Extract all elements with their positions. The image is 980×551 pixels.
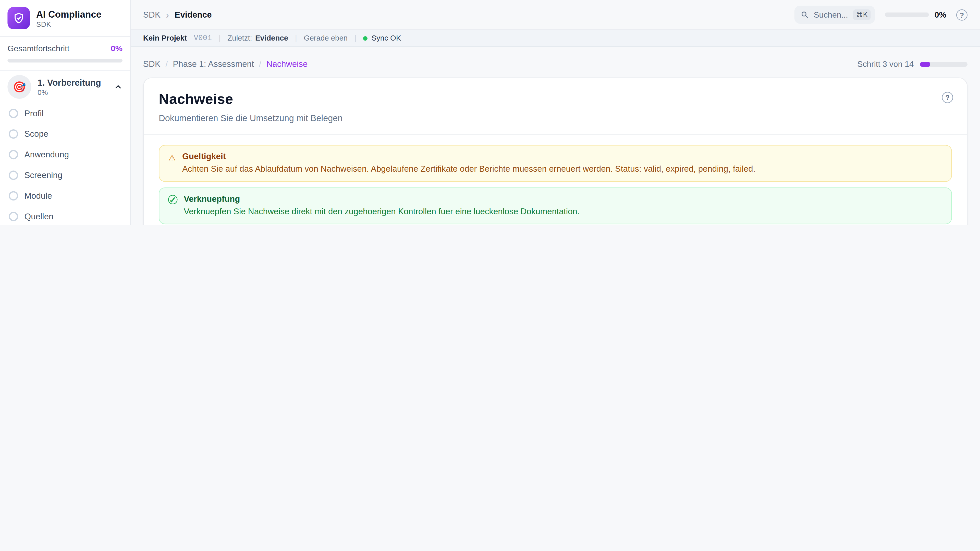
item-label: Module (24, 191, 52, 200)
radio-icon (9, 171, 18, 180)
sidebar-section-vorbereitung[interactable]: 🎯 1. Vorbereitung 0% (0, 71, 130, 103)
app-root: AI Compliance SDK Gesamtfortschritt 0% 🎯… (0, 0, 980, 225)
header-progress-value: 0% (935, 10, 946, 19)
check-circle-icon: ✓ (168, 195, 178, 205)
overall-progress-value: 0% (111, 44, 123, 53)
status-bar: Kein Projekt V001 | Zuletzt: Evidence | … (130, 30, 980, 47)
breadcrumb-sdk[interactable]: SDK (143, 59, 161, 69)
breadcrumb: SDK › Evidence (143, 10, 212, 20)
target-icon: 🎯 (7, 75, 31, 99)
help-icon[interactable]: ? (956, 9, 967, 21)
sidebar-item-profil[interactable]: Profil (0, 103, 130, 124)
step-progress-bar (920, 62, 967, 67)
last-saved-time: Gerade eben (304, 34, 348, 42)
sync-status: Sync OK (363, 34, 401, 42)
last-value: Evidence (255, 34, 288, 42)
overall-progress: Gesamtfortschritt 0% (0, 37, 130, 70)
breadcrumb-current: Nachweise (266, 59, 308, 69)
chevron-right-icon: › (166, 10, 169, 20)
overall-progress-label: Gesamtfortschritt (7, 44, 69, 53)
app-title: AI Compliance (36, 8, 101, 20)
sidebar-item-screening[interactable]: Screening (0, 165, 130, 186)
warning-icon: ⚠ (168, 152, 176, 175)
radio-icon (9, 109, 18, 118)
sidebar: AI Compliance SDK Gesamtfortschritt 0% 🎯… (0, 0, 130, 225)
radio-icon (9, 150, 18, 159)
note-title: Verknuepfung (184, 194, 579, 204)
step-label: Schritt 3 von 14 (857, 59, 914, 69)
nachweise-card: Nachweise Dokumentieren Sie die Umsetzun… (143, 78, 967, 225)
help-icon[interactable]: ? (942, 92, 953, 103)
app-logo (7, 7, 30, 29)
note-title: Gueltigkeit (182, 152, 756, 161)
sidebar-item-module[interactable]: Module (0, 186, 130, 206)
breadcrumb-phase[interactable]: Phase 1: Assessment (173, 59, 254, 69)
page-content: SDK / Phase 1: Assessment / Nachweise Sc… (130, 47, 980, 225)
sync-dot-icon (363, 36, 368, 40)
breadcrumb-current: Evidence (175, 10, 212, 19)
page-subtitle: Dokumentieren Sie die Umsetzung mit Bele… (159, 113, 952, 123)
version-badge: V001 (194, 34, 212, 42)
topbar: SDK › Evidence Suchen... ⌘K 0% ? (130, 0, 980, 30)
project-name: Kein Projekt (143, 34, 187, 42)
item-label: Anwendung (24, 150, 69, 159)
sidebar-item-quellen[interactable]: Quellen (0, 206, 130, 225)
app-subtitle: SDK (36, 21, 101, 28)
item-label: Quellen (24, 212, 54, 221)
radio-icon (9, 191, 18, 200)
search-shortcut: ⌘K (853, 10, 871, 20)
radio-icon (9, 212, 18, 221)
main-area: SDK › Evidence Suchen... ⌘K 0% ? Kein Pr… (130, 0, 980, 225)
radio-icon (9, 129, 18, 139)
note-gueltigkeit: ⚠ Gueltigkeit Achten Sie auf das Ablaufd… (159, 145, 952, 182)
page-breadcrumb: SDK / Phase 1: Assessment / Nachweise (143, 59, 307, 69)
sidebar-nav: 🎯 1. Vorbereitung 0% Profil Scope Anwend… (0, 71, 130, 225)
header-progress: 0% (885, 10, 946, 19)
search-placeholder: Suchen... (814, 10, 848, 19)
item-label: Profil (24, 109, 44, 118)
note-verknuepfung: ✓ Verknuepfung Verknuepfen Sie Nachweise… (159, 187, 952, 224)
sidebar-header: AI Compliance SDK (0, 0, 130, 37)
note-text: Achten Sie auf das Ablaufdatum von Nachw… (182, 164, 756, 175)
breadcrumb-sdk[interactable]: SDK (143, 10, 161, 19)
section-progress: 0% (38, 89, 107, 96)
page-title: Nachweise (159, 91, 952, 107)
shield-check-icon (13, 12, 25, 24)
item-label: Screening (24, 171, 62, 180)
sidebar-item-scope[interactable]: Scope (0, 124, 130, 144)
overall-progress-bar (7, 59, 123, 62)
search-input[interactable]: Suchen... ⌘K (794, 6, 875, 24)
chevron-up-icon (114, 83, 123, 91)
sidebar-item-anwendung[interactable]: Anwendung (0, 144, 130, 165)
last-label: Zuletzt: (228, 34, 252, 42)
note-text: Verknuepfen Sie Nachweise direkt mit den… (184, 206, 579, 218)
step-indicator: Schritt 3 von 14 (857, 59, 967, 69)
item-label: Scope (24, 129, 48, 139)
header-progress-bar (885, 13, 929, 17)
search-icon (800, 11, 809, 19)
section-label: 1. Vorbereitung (38, 77, 107, 88)
